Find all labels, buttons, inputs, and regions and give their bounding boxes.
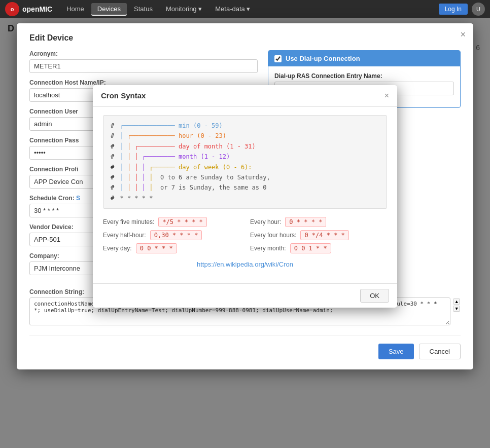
topbar-logo: o [5,2,19,16]
cron-line-5: # │ │ │ │ ┌────── day of week (0 - 6): [111,162,379,172]
cron-line-7: # │ │ │ │ │ or 7 is Sunday, the same as … [111,182,379,193]
cron-wiki-link[interactable]: https://en.wikipedia.org/wiki/Cron [103,260,387,268]
topbar: o openMIC Home Devices Status Monitoring… [0,0,490,18]
example-four-hours-label: Every four hours: [250,232,296,239]
nav-monitoring[interactable]: Monitoring [160,3,208,16]
example-month-code: 0 0 1 * * [290,243,331,253]
nav-home[interactable]: Home [60,3,90,16]
example-hour-label: Every hour: [250,218,281,226]
cron-ok-button[interactable]: OK [360,289,389,303]
cron-example-half-hour: Every half-hour: 0,30 * * * * [103,230,240,240]
example-four-hours-code: 0 */4 * * * [300,230,348,240]
cron-examples: Every five minutes: */5 * * * * Every ho… [103,217,387,253]
cron-example-month: Every month: 0 0 1 * * [250,243,387,253]
cron-example-day: Every day: 0 0 * * * [103,243,240,253]
cron-modal-body: # ┌────────────── min (0 - 59) # │ ┌────… [93,107,397,283]
modal-overlay: Edit Device × Acronym: Connection Host N… [0,18,490,448]
cron-line-2: # │ ┌──────────── hour (0 - 23) [111,131,379,141]
cron-example-hour: Every hour: 0 * * * * [250,217,387,227]
cron-overlay: Cron Syntax × # ┌────────────── min (0 -… [17,23,473,369]
login-button[interactable]: Log In [439,4,468,15]
example-hour-code: 0 * * * * [285,217,326,227]
cron-line-1: # ┌────────────── min (0 - 59) [111,121,379,131]
example-day-code: 0 0 * * * [136,243,177,253]
cron-modal-header: Cron Syntax × [93,85,397,107]
cron-example-four-hours: Every four hours: 0 */4 * * * [250,230,387,240]
example-five-min-code: */5 * * * * [158,217,206,227]
example-half-hour-code: 0,30 * * * * [150,230,202,240]
cron-diagram: # ┌────────────── min (0 - 59) # │ ┌────… [103,115,387,209]
cron-line-8: # * * * * * [111,193,379,203]
example-day-label: Every day: [103,245,132,252]
cron-syntax-modal: Cron Syntax × # ┌────────────── min (0 -… [93,85,397,308]
cron-modal-footer: OK [93,283,397,308]
topbar-nav: Home Devices Status Monitoring Meta-data [60,3,256,16]
cron-example-five-minutes: Every five minutes: */5 * * * * [103,217,240,227]
cron-line-4: # │ │ │ ┌──────── month (1 - 12) [111,152,379,162]
example-five-min-label: Every five minutes: [103,218,154,226]
cron-line-6: # │ │ │ │ │ 0 to 6 are Sunday to Saturda… [111,172,379,182]
nav-metadata[interactable]: Meta-data [209,3,256,16]
cron-line-3: # │ │ ┌────────── day of month (1 - 31) [111,141,379,152]
topbar-brand: openMIC [22,5,52,13]
cron-modal-title: Cron Syntax [101,91,146,100]
avatar: U [472,3,485,16]
cron-modal-close-button[interactable]: × [384,91,389,100]
example-half-hour-label: Every half-hour: [103,232,146,239]
example-month-label: Every month: [250,245,286,252]
nav-devices[interactable]: Devices [91,3,127,16]
nav-status[interactable]: Status [128,3,159,16]
topbar-right: Log In U [439,3,485,16]
edit-device-modal: Edit Device × Acronym: Connection Host N… [17,23,473,369]
